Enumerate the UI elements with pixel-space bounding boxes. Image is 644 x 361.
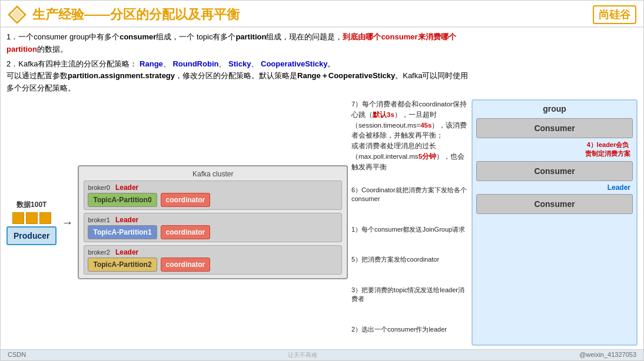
middle-annotations: 7）每个消费者都会和coordinator保持心跳（默认3s），一旦超时 （se… [348, 99, 472, 346]
broker0-block: broker0 Leader TopicA-Partition0 coordin… [84, 180, 342, 210]
diagram-wrapper: 数据100T Producer → Kafka cluster [6, 99, 348, 346]
data-box-2 [26, 212, 38, 224]
numbered-annotations: 6）Coordinator就把消费方案下发给各个consumer 1）每个con… [351, 176, 468, 346]
cluster-title: Kafka cluster [84, 170, 342, 178]
consumer1-box: Consumer [476, 118, 633, 138]
producer-arrow: → [61, 216, 73, 229]
footer-right: @weixin_41327053 [579, 351, 636, 359]
leader-note: 4）leader会负责制定消费方案 [585, 141, 633, 159]
producer-side: 数据100T Producer [6, 200, 57, 245]
broker1-title: broker1 Leader [88, 216, 338, 224]
left-panel: 数据100T Producer → Kafka cluster [6, 99, 348, 346]
broker2-leader: Leader [115, 248, 138, 256]
leader-note-text: 4）leader会负责制定消费方案 [585, 141, 630, 159]
broker2-title: broker2 Leader [88, 248, 338, 256]
broker2-row: TopicA-Partition2 coordinator [88, 258, 338, 272]
broker0-row: TopicA-Partition0 coordinator [88, 193, 338, 207]
group-panel: group Consumer 4）leader会负责制定消费方案 Consume… [472, 99, 638, 346]
footer-watermark: 让天不再难 [288, 351, 317, 359]
broker0-title: broker0 Leader [88, 183, 338, 192]
page-title: 生产经验——分区的分配以及再平衡 [32, 6, 593, 24]
broker0-partition: TopicA-Partition0 [88, 193, 157, 207]
broker2-partition: TopicA-Partition2 [88, 258, 157, 272]
broker1-block: broker1 Leader TopicA-Partition1 coordin… [84, 213, 342, 242]
content: 1．一个consumer group中有多个consumer组成，一个 topi… [1, 28, 643, 349]
data-boxes [12, 212, 51, 224]
kafka-cluster: Kafka cluster broker0 Leader TopicA-Part… [78, 165, 348, 279]
broker2-block: broker2 Leader TopicA-Partition2 coordin… [84, 245, 342, 275]
page: 生产经验——分区的分配以及再平衡 尚硅谷 1．一个consumer group中… [0, 0, 644, 361]
consumer3-box: Consumer [476, 194, 633, 214]
broker1-partition: TopicA-Partition1 [88, 225, 157, 239]
broker0-leader: Leader [115, 183, 138, 192]
broker0-coordinator: coordinator [161, 193, 211, 207]
annot-1: 1）每个consumer都发送JoinGroup请求 [351, 225, 468, 234]
broker1-row: TopicA-Partition1 coordinator [88, 225, 338, 239]
annot-3: 3）把要消费的topic情况发送给leader消费者 [351, 286, 468, 304]
data-box-3 [39, 212, 51, 224]
note7: 7）每个消费者都会和coordinator保持心跳（默认3s），一旦超时 （se… [351, 99, 468, 173]
footer-left: CSDN [8, 351, 26, 359]
paragraph1: 1．一个consumer group中有多个consumer组成，一个 topi… [6, 31, 638, 56]
leader-label: Leader [608, 183, 633, 192]
main-area: 数据100T Producer → Kafka cluster [6, 99, 638, 346]
data-box-1 [12, 212, 24, 224]
broker1-leader: Leader [115, 216, 138, 224]
group-title: group [543, 104, 566, 113]
diagram-right: group Consumer 4）leader会负责制定消费方案 Consume… [472, 99, 638, 346]
logo: 尚硅谷 [593, 5, 636, 24]
annot-5: 5）把消费方案发给coordinator [351, 255, 468, 264]
diamond-icon [8, 5, 26, 24]
consumer2-box: Consumer [476, 161, 633, 181]
annot-2: 2）选出一个consumer作为leader [351, 325, 468, 334]
broker1-coordinator: coordinator [161, 225, 211, 239]
data-label: 数据100T [16, 200, 47, 210]
broker2-coordinator: coordinator [161, 258, 211, 272]
footer-bar: CSDN 让天不再难 @weixin_41327053 [1, 349, 643, 360]
paragraph2: 2．Kafka有四种主流的分区分配策略： Range、 RoundRobin、 … [6, 58, 638, 95]
header: 生产经验——分区的分配以及再平衡 尚硅谷 [1, 1, 643, 28]
producer-box: Producer [6, 226, 57, 245]
annot-6: 6）Coordinator就把消费方案下发给各个consumer [351, 186, 468, 204]
